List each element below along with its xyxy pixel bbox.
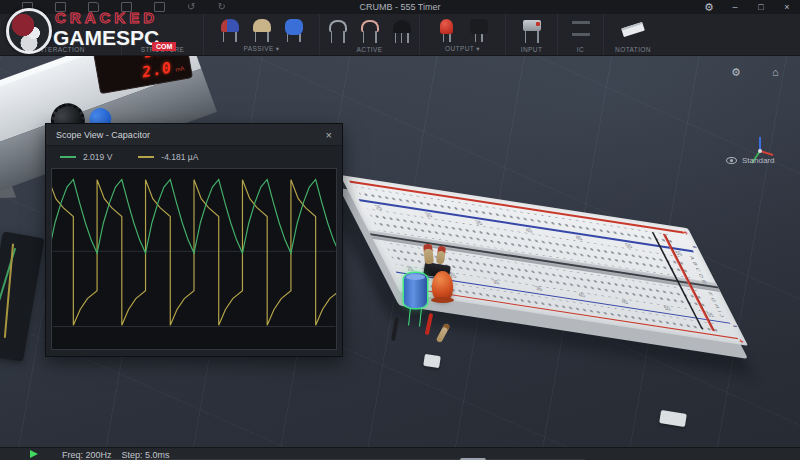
scope-window[interactable]: Scope View - Capacitor × 2.019 V -4.181 … [45,123,343,357]
section-notation[interactable]: NOTATION [604,14,662,55]
resistor-icon[interactable] [252,17,272,42]
section-output[interactable]: OUTPUT ▾ [420,14,506,55]
legend-voltage: 2.019 V [60,152,112,162]
thermistor-icon[interactable] [360,18,380,43]
section-label: INPUT [521,46,543,53]
minimize-button[interactable]: – [722,2,748,12]
plus-mark-top-right: + [682,228,690,236]
home-icon[interactable]: ⌂ [772,66,779,78]
scope-title: Scope View - Capacitor [56,130,150,140]
current-readout: 2.0 [141,58,174,81]
capacitor-icon[interactable] [284,17,304,42]
electrolytic-capacitor-selected[interactable] [404,273,427,308]
section-label: STRUCTURE [141,46,185,53]
board-row-number: 30 [491,278,500,286]
current-value: -4.181 µA [161,152,198,162]
capacitor-legs [408,307,422,326]
current-unit: mA [175,65,185,72]
breadboard-foot-left [423,354,441,368]
voltage-value: 2.019 V [83,152,112,162]
board-row-number: 40 [577,291,586,299]
section-structure[interactable]: STRUCTURE [122,14,204,55]
section-label: NOTATION [615,46,651,53]
viewport-settings-icon[interactable]: ⚙ [731,66,741,79]
section-passive[interactable]: PASSIVE ▾ [204,14,320,55]
chip-icon[interactable] [571,18,591,43]
buzzer-icon[interactable] [469,17,489,42]
maximize-button[interactable]: □ [748,2,774,12]
section-label: ACTIVE [357,46,383,53]
view-mode-label: Standard [742,156,774,165]
close-button[interactable]: × [774,2,800,12]
board-row-number: 45 [619,297,628,305]
section-label: OUTPUT ▾ [445,45,480,53]
switch-icon[interactable] [522,18,542,43]
section-label: IC [577,46,584,53]
transistor-icon[interactable] [392,18,412,43]
current-swatch [138,156,154,158]
settings-icon[interactable]: ⚙ [696,1,722,14]
window-controls: ⚙ – □ × [696,0,800,14]
resistor-1[interactable] [423,244,434,265]
section-input[interactable]: INPUT [506,14,558,55]
yellow-probe-wire [4,243,14,338]
scope-titlebar[interactable]: Scope View - Capacitor × [46,124,342,146]
board-row-number: 35 [534,284,543,292]
scope-close-icon[interactable]: × [326,129,332,141]
board-row-number: 50 [662,304,671,312]
section-ic[interactable]: IC [558,14,604,55]
window-title: CRUMB - 555 Timer [0,2,800,12]
scope-legend: 2.019 V -4.181 µA [46,146,342,168]
diode-icon[interactable] [328,18,348,43]
view-mode-control[interactable]: Standard [726,156,774,165]
play-icon[interactable] [30,450,38,458]
legend-current: -4.181 µA [138,152,198,162]
scope-plot [51,168,337,350]
status-bar: Freq: 200Hz Step: 5.0ms [0,447,800,460]
component-toolbar: INTERACTION STRUCTURE PASSIVE ▾ ACTIVE [0,14,800,56]
eye-icon [726,157,737,164]
section-label: PASSIVE ▾ [243,45,279,53]
inductor-icon[interactable] [220,17,240,42]
section-label: INTERACTION [36,46,84,53]
title-bar[interactable]: ↺ ↻ CRUMB - 555 Timer ⚙ – □ × [0,0,800,14]
section-active[interactable]: ACTIVE [320,14,420,55]
led-icon[interactable] [437,17,457,42]
led-component[interactable] [432,271,453,301]
plus-mark-bottom-right: + [737,337,745,345]
board-row-number: 20 [405,265,414,273]
application-window: 5.0V 2.0mA 25303540455055 20253035404550… [0,0,800,460]
section-interaction[interactable]: INTERACTION [0,14,122,55]
label-icon[interactable] [623,18,643,43]
voltage-swatch [60,156,76,158]
